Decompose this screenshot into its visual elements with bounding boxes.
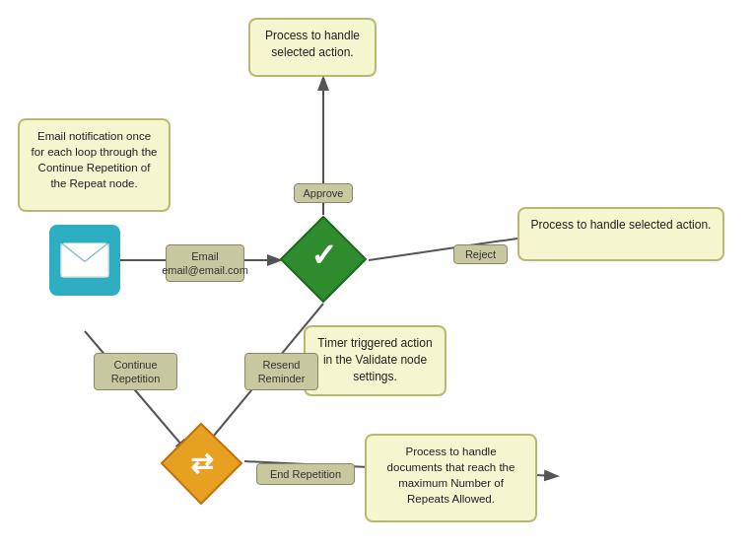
email-note-box: Email notification once for each loop th… xyxy=(18,118,171,212)
approve-label: Approve xyxy=(294,183,353,203)
right-process-top-box: Process to handle selected action. xyxy=(517,207,724,261)
top-process-label: Process to handle selected action. xyxy=(265,29,360,59)
orange-diamond: ⇄ xyxy=(160,422,243,506)
reject-label: Reject xyxy=(453,244,508,264)
approve-text: Approve xyxy=(304,187,344,199)
email-icon xyxy=(60,242,109,278)
right-process-top-label: Process to handle selected action. xyxy=(531,218,712,232)
green-diamond: ✓ xyxy=(279,215,368,304)
end-rep-label: End Repetition xyxy=(256,463,355,485)
continue-rep-text: Continue Repetition xyxy=(101,358,171,386)
email-icon-box xyxy=(49,225,120,296)
resend-text: Resend Reminder xyxy=(251,358,311,386)
end-rep-text: End Repetition xyxy=(270,467,341,481)
continue-rep-label: Continue Repetition xyxy=(94,353,177,390)
svg-text:✓: ✓ xyxy=(310,238,337,273)
email-label-pill: Email email@email.com xyxy=(166,244,244,282)
timer-note-label: Timer triggered action in the Validate n… xyxy=(317,336,432,383)
email-note-label: Email notification once for each loop th… xyxy=(32,130,158,189)
reject-text: Reject xyxy=(465,248,496,260)
resend-label: Resend Reminder xyxy=(244,353,318,390)
top-process-box: Process to handle selected action. xyxy=(248,18,377,77)
bottom-process-label: Process to handle documents that reach t… xyxy=(387,446,515,505)
bottom-process-box: Process to handle documents that reach t… xyxy=(365,434,537,522)
email-pill-text: Email email@email.com xyxy=(162,249,248,278)
timer-note-box: Timer triggered action in the Validate n… xyxy=(304,325,447,396)
svg-text:⇄: ⇄ xyxy=(190,448,214,479)
